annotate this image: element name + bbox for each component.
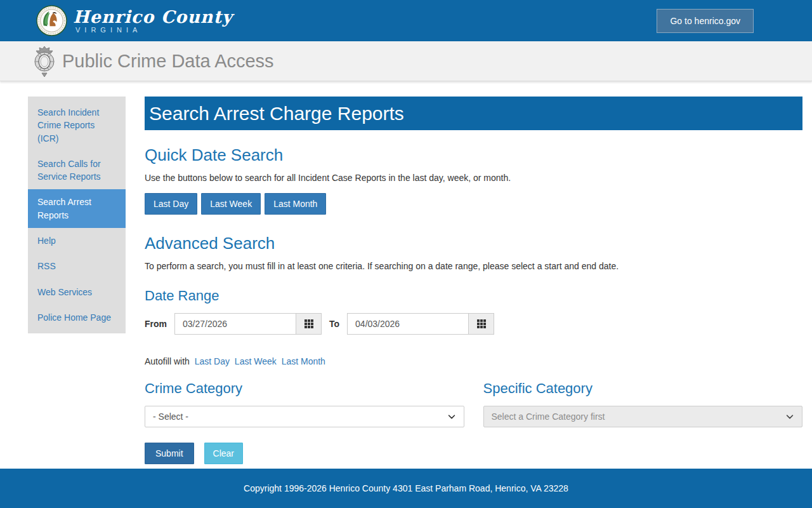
crime-category-selected-value: - Select - [153, 411, 188, 422]
calendar-grid-icon [304, 319, 313, 328]
sidebar-item-search-arrest-reports[interactable]: Search Arrest Reports [28, 189, 126, 228]
logo-title: Henrico County [73, 8, 233, 25]
sidebar-item-web-services[interactable]: Web Services [28, 279, 126, 305]
last-day-button[interactable]: Last Day [145, 193, 197, 215]
chevron-down-icon [447, 412, 456, 421]
clear-button[interactable]: Clear [204, 443, 243, 464]
autofill-last-month-link[interactable]: Last Month [282, 356, 325, 366]
submit-button[interactable]: Submit [145, 443, 194, 464]
last-week-button[interactable]: Last Week [201, 193, 261, 215]
last-month-button[interactable]: Last Month [265, 193, 326, 215]
date-range-row: From To [145, 313, 802, 335]
crime-category-heading: Crime Category [145, 380, 464, 397]
sidebar-item-search-calls-for-service[interactable]: Search Calls for Service Reports [28, 151, 126, 190]
quick-date-search-heading: Quick Date Search [145, 145, 802, 165]
logo-subtitle: VIRGINIA [73, 27, 233, 34]
main-panel: Search Arrest Charge Reports Quick Date … [145, 97, 802, 464]
copyright-text: Copyright 1996-2026 Henrico County 4301 … [244, 483, 568, 493]
specific-category-select[interactable]: Select a Crime Category first [483, 406, 803, 427]
police-badge-icon [32, 45, 57, 77]
quick-date-buttons: Last Day Last Week Last Month [145, 193, 802, 215]
autofill-row: Autofill with Last Day Last Week Last Mo… [145, 356, 802, 366]
advanced-search-description: To perform a search, you must fill in at… [145, 261, 802, 271]
page-title: Search Arrest Charge Reports [149, 103, 404, 124]
henrico-county-logo[interactable]: Henrico County VIRGINIA [36, 5, 233, 36]
specific-category-heading: Specific Category [483, 380, 803, 397]
to-date-calendar-button[interactable] [469, 313, 494, 335]
form-actions: Submit Clear [145, 443, 802, 464]
sidebar-item-rss[interactable]: RSS [28, 253, 126, 279]
content-area: Search Incident Crime Reports (ICR) Sear… [0, 81, 812, 469]
sidebar-item-help[interactable]: Help [28, 228, 126, 253]
county-seal-icon [36, 5, 67, 36]
sidebar-item-police-home-page[interactable]: Police Home Page [28, 305, 126, 330]
autofill-label: Autofill with [145, 356, 190, 366]
site-title: Public Crime Data Access [62, 51, 274, 72]
sidebar-item-search-incident-crime-reports[interactable]: Search Incident Crime Reports (ICR) [28, 100, 126, 151]
crime-category-select[interactable]: - Select - [145, 406, 464, 427]
from-date-calendar-button[interactable] [296, 313, 322, 335]
calendar-grid-icon [477, 319, 486, 328]
from-date-input[interactable] [174, 313, 296, 335]
page-title-bar: Search Arrest Charge Reports [145, 97, 802, 130]
top-bar: Henrico County VIRGINIA Go to henrico.go… [0, 0, 812, 41]
specific-category-selected-value: Select a Crime Category first [492, 411, 605, 422]
to-label: To [329, 319, 339, 329]
sidebar-nav: Search Incident Crime Reports (ICR) Sear… [28, 97, 126, 333]
go-to-henrico-gov-button[interactable]: Go to henrico.gov [657, 9, 754, 33]
autofill-last-day-link[interactable]: Last Day [195, 356, 230, 366]
category-row: Crime Category - Select - Specific Categ… [145, 380, 802, 427]
advanced-search-heading: Advanced Search [145, 234, 802, 253]
from-label: From [145, 319, 167, 329]
footer: Copyright 1996-2026 Henrico County 4301 … [0, 469, 812, 508]
date-range-heading: Date Range [145, 288, 802, 304]
site-header: Public Crime Data Access [0, 41, 812, 81]
to-date-input[interactable] [347, 313, 469, 335]
autofill-last-week-link[interactable]: Last Week [235, 356, 277, 366]
chevron-down-icon [785, 412, 794, 421]
quick-date-search-description: Use the buttons below to search for all … [145, 173, 802, 183]
